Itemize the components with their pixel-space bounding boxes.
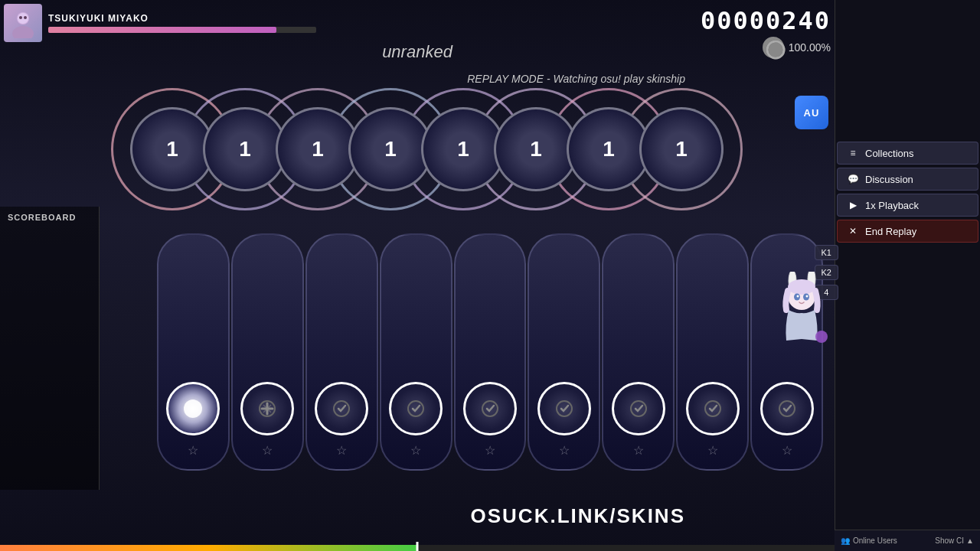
lane-key-1 [166,382,220,435]
progress-bar-container[interactable] [0,545,835,551]
lane-key-2 [240,382,294,435]
lane-star-3: ☆ [336,443,347,458]
lane-key-9 [760,382,814,435]
svg-point-2 [18,13,28,24]
lane-star-2: ☆ [262,443,273,458]
au-badge[interactable]: AU [795,96,828,129]
playback-label: 1x Playback [865,200,919,211]
lane-2: ☆ [231,233,304,471]
lane-key-6 [537,382,591,435]
collections-button[interactable]: ≡ Collections [837,142,978,165]
discussion-icon: 💬 [847,173,859,185]
lane-5: ☆ [454,233,527,471]
svg-point-3 [19,16,22,19]
discussion-label: Discussion [865,174,913,185]
collections-icon: ≡ [847,147,859,159]
circles-area: 1 1 1 1 1 1 1 [122,92,827,245]
hit-circle-8: 1 [632,99,731,199]
player-info: TSUKIYUKI MIYAKO [48,13,316,33]
online-bar: 👥 Online Users Show CI ▲ [835,530,980,551]
lane-key-3 [315,382,368,435]
lane-4: ☆ [380,233,452,471]
accuracy-circle [763,37,784,58]
svg-point-23 [806,295,808,298]
character-sprite-area [769,272,838,371]
unranked-text: unranked [382,42,452,62]
lane-star-1: ☆ [188,443,198,458]
lane-star-6: ☆ [559,443,570,458]
svg-point-22 [797,295,799,298]
collections-label: Collections [865,148,914,159]
svg-point-4 [24,16,27,19]
scoreboard-label: SCOREBOARD [0,207,99,228]
accuracy-row: 100.00% [701,37,831,58]
site-watermark: OSUCK.LINK/SKINS [471,504,685,528]
player-bar: TSUKIYUKI MIYAKO [4,4,316,42]
scoreboard-panel: SCOREBOARD [0,207,100,490]
character-sprite [769,272,835,367]
lanes-area: ☆ ☆ ☆ ☆ ☆ [157,233,823,471]
lane-star-9: ☆ [782,443,792,458]
progress-bar [0,545,417,551]
replay-mode-text: REPLAY MODE - Watching osu! play skinshi… [467,73,685,85]
online-icon: 👥 [841,536,850,545]
lane-key-8 [686,382,740,435]
lane-star-7: ☆ [633,443,644,458]
show-ci-button[interactable]: Show CI ▲ [935,536,974,545]
svg-point-1 [12,26,34,38]
svg-point-19 [788,279,815,295]
lane-3: ☆ [305,233,378,471]
progress-marker [416,542,419,551]
lane-star-8: ☆ [707,443,718,458]
score-display: 00000240 100.00% [701,6,831,58]
lane-key-4 [389,382,443,435]
end-replay-label: End Replay [865,226,916,237]
lane-8: ☆ [676,233,749,471]
lane-1: ☆ [157,233,230,471]
lane-key-5 [463,382,517,435]
lane-star-4: ☆ [410,443,421,458]
sidebar-buttons: ≡ Collections 💬 Discussion ▶ 1x Playback… [837,142,978,243]
lane-7: ☆ [602,233,675,471]
lane-6: ☆ [528,233,600,471]
chevron-up-icon: ▲ [966,536,974,545]
lane-key-7 [612,382,665,435]
game-area: TSUKIYUKI MIYAKO unranked REPLAY MODE - … [0,0,835,551]
svg-point-5 [184,399,202,418]
svg-point-15 [767,41,784,58]
accuracy-value: 100.00% [789,41,831,54]
player-name: TSUKIYUKI MIYAKO [48,13,316,24]
key-k1: K1 [815,245,838,260]
health-bar-container [48,27,316,33]
player-avatar [4,4,42,42]
play-icon: ▶ [847,199,859,211]
end-replay-button[interactable]: ✕ End Replay [837,220,978,243]
end-replay-icon: ✕ [847,225,859,237]
svg-point-24 [815,331,828,343]
discussion-button[interactable]: 💬 Discussion [837,168,978,191]
score-value: 00000240 [701,6,831,35]
playback-button[interactable]: ▶ 1x Playback [837,194,978,217]
right-sidebar: ≡ Collections 💬 Discussion ▶ 1x Playback… [835,0,980,551]
lane-star-5: ☆ [485,443,495,458]
online-users-label: 👥 Online Users [841,536,897,545]
health-bar [48,27,276,33]
